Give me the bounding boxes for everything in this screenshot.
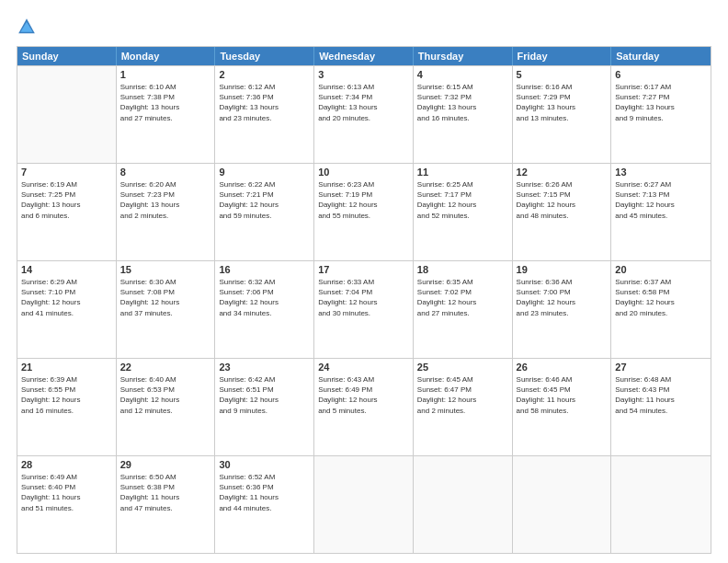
- cell-line: Sunset: 7:00 PM: [517, 287, 608, 297]
- day-number: 1: [120, 69, 211, 80]
- cell-line: and 20 minutes.: [318, 113, 409, 123]
- cell-line: Sunrise: 6:22 AM: [219, 179, 310, 190]
- cell-line: Sunset: 7:23 PM: [120, 190, 211, 200]
- day-cell-29: 29Sunrise: 6:50 AMSunset: 6:38 PMDayligh…: [117, 456, 216, 553]
- header-cell-saturday: Saturday: [611, 47, 711, 65]
- cell-line: Sunrise: 6:13 AM: [318, 82, 409, 92]
- calendar: SundayMondayTuesdayWednesdayThursdayFrid…: [17, 46, 711, 554]
- day-number: 16: [219, 264, 310, 275]
- day-number: 27: [615, 362, 707, 373]
- cell-line: Sunset: 7:13 PM: [615, 190, 707, 200]
- day-number: 8: [120, 167, 211, 178]
- cell-line: Daylight: 12 hours: [219, 297, 310, 307]
- day-number: 18: [417, 264, 508, 275]
- cell-line: Sunset: 6:40 PM: [21, 482, 112, 492]
- cell-line: Sunrise: 6:26 AM: [517, 179, 608, 190]
- cell-line: Sunrise: 6:30 AM: [120, 277, 211, 287]
- cell-line: Daylight: 12 hours: [21, 297, 112, 307]
- cell-line: Sunset: 7:19 PM: [318, 190, 409, 200]
- cell-line: Daylight: 12 hours: [318, 395, 409, 405]
- cell-line: Sunset: 6:49 PM: [318, 385, 409, 395]
- cell-line: Sunset: 7:15 PM: [517, 190, 608, 200]
- day-cell-15: 15Sunrise: 6:30 AMSunset: 7:08 PMDayligh…: [117, 261, 216, 358]
- cell-line: Sunset: 7:29 PM: [517, 92, 608, 102]
- cell-line: and 20 minutes.: [615, 308, 707, 318]
- cell-line: Sunrise: 6:42 AM: [219, 374, 310, 385]
- cell-line: Daylight: 12 hours: [417, 395, 508, 405]
- cell-line: and 2 minutes.: [417, 406, 508, 416]
- cell-line: Sunset: 6:58 PM: [615, 287, 707, 297]
- empty-cell: [17, 66, 117, 163]
- cell-line: Sunset: 6:43 PM: [615, 385, 707, 395]
- day-cell-26: 26Sunrise: 6:46 AMSunset: 6:45 PMDayligh…: [513, 359, 612, 455]
- day-number: 13: [615, 167, 707, 178]
- cell-line: Daylight: 12 hours: [120, 395, 211, 405]
- cell-line: and 34 minutes.: [219, 308, 310, 318]
- day-cell-8: 8Sunrise: 6:20 AMSunset: 7:23 PMDaylight…: [117, 164, 216, 260]
- cell-line: Daylight: 12 hours: [517, 297, 608, 307]
- cell-line: Sunrise: 6:33 AM: [318, 277, 409, 287]
- cell-line: and 27 minutes.: [120, 113, 211, 123]
- cell-line: Daylight: 13 hours: [615, 102, 707, 112]
- day-cell-14: 14Sunrise: 6:29 AMSunset: 7:10 PMDayligh…: [17, 261, 117, 358]
- day-cell-22: 22Sunrise: 6:40 AMSunset: 6:53 PMDayligh…: [117, 359, 216, 455]
- day-number: 12: [517, 167, 608, 178]
- cell-line: Sunset: 6:47 PM: [417, 385, 508, 395]
- cell-line: Sunrise: 6:37 AM: [615, 277, 707, 287]
- header-cell-friday: Friday: [513, 47, 612, 65]
- cell-line: and 41 minutes.: [21, 308, 112, 318]
- cell-line: Daylight: 11 hours: [120, 492, 211, 502]
- day-number: 25: [417, 362, 508, 373]
- day-cell-7: 7Sunrise: 6:19 AMSunset: 7:25 PMDaylight…: [17, 164, 117, 260]
- cell-line: Sunset: 7:17 PM: [417, 190, 508, 200]
- day-number: 21: [21, 362, 112, 373]
- cell-line: Daylight: 11 hours: [21, 492, 112, 502]
- empty-cell: [314, 456, 414, 553]
- cell-line: Sunset: 7:21 PM: [219, 190, 310, 200]
- empty-cell: [611, 456, 711, 553]
- day-number: 4: [417, 69, 508, 80]
- cell-line: Sunrise: 6:17 AM: [615, 82, 707, 92]
- cell-line: Daylight: 12 hours: [318, 200, 409, 210]
- cell-line: and 47 minutes.: [120, 503, 211, 513]
- cell-line: and 58 minutes.: [517, 406, 608, 416]
- cell-line: Sunrise: 6:10 AM: [120, 82, 211, 92]
- day-number: 2: [219, 69, 310, 80]
- cell-line: and 16 minutes.: [417, 113, 508, 123]
- cell-line: Sunrise: 6:35 AM: [417, 277, 508, 287]
- day-number: 17: [318, 264, 409, 275]
- cell-line: and 59 minutes.: [219, 211, 310, 221]
- cell-line: Sunset: 6:36 PM: [219, 482, 310, 492]
- cell-line: Daylight: 13 hours: [120, 102, 211, 112]
- logo: [17, 17, 40, 37]
- day-cell-28: 28Sunrise: 6:49 AMSunset: 6:40 PMDayligh…: [17, 456, 117, 553]
- cell-line: and 5 minutes.: [318, 406, 409, 416]
- cell-line: Daylight: 12 hours: [417, 200, 508, 210]
- day-number: 11: [417, 167, 508, 178]
- cell-line: Sunset: 7:02 PM: [417, 287, 508, 297]
- cell-line: and 12 minutes.: [120, 406, 211, 416]
- cell-line: Sunset: 6:53 PM: [120, 385, 211, 395]
- cell-line: and 9 minutes.: [615, 113, 707, 123]
- header-cell-sunday: Sunday: [17, 47, 117, 65]
- cell-line: Sunrise: 6:23 AM: [318, 179, 409, 190]
- day-cell-6: 6Sunrise: 6:17 AMSunset: 7:27 PMDaylight…: [611, 66, 711, 163]
- cell-line: Sunrise: 6:52 AM: [219, 472, 310, 482]
- cell-line: Sunrise: 6:16 AM: [517, 82, 608, 92]
- cell-line: Daylight: 13 hours: [120, 200, 211, 210]
- header-cell-thursday: Thursday: [414, 47, 513, 65]
- cell-line: and 23 minutes.: [219, 113, 310, 123]
- cell-line: Sunset: 7:04 PM: [318, 287, 409, 297]
- day-number: 7: [21, 167, 112, 178]
- cell-line: and 27 minutes.: [417, 308, 508, 318]
- day-number: 28: [21, 459, 112, 470]
- day-cell-20: 20Sunrise: 6:37 AMSunset: 6:58 PMDayligh…: [611, 261, 711, 358]
- cell-line: Daylight: 11 hours: [219, 492, 310, 502]
- cell-line: Sunrise: 6:27 AM: [615, 179, 707, 190]
- cell-line: Sunset: 7:08 PM: [120, 287, 211, 297]
- cell-line: and 44 minutes.: [219, 503, 310, 513]
- day-cell-13: 13Sunrise: 6:27 AMSunset: 7:13 PMDayligh…: [611, 164, 711, 260]
- cell-line: Sunrise: 6:49 AM: [21, 472, 112, 482]
- cell-line: Sunset: 6:45 PM: [517, 385, 608, 395]
- day-number: 22: [120, 362, 211, 373]
